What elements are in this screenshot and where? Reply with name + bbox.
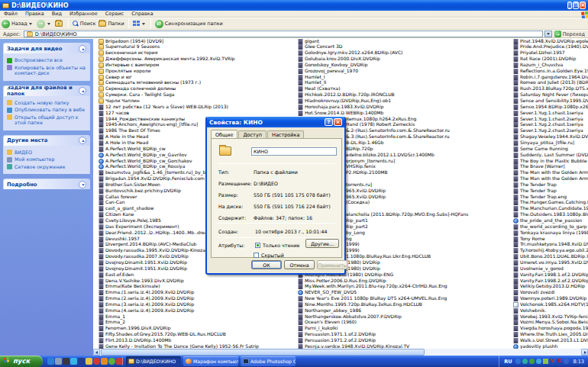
file-item[interactable]: Hichkok.2012.D.BDRip.720p.IRONCLUB [297, 92, 509, 98]
file-item[interactable]: Fifty.Shades.of.Grey.2015.720p.WEB-DL.Ru… [98, 331, 295, 337]
icq-icon[interactable] [108, 358, 115, 365]
file-item[interactable]: The Man with the Golden Arm [512, 169, 588, 175]
file-item[interactable]: Emma_2 [98, 319, 295, 325]
hidden-checkbox[interactable]: Скрытый [254, 253, 284, 258]
file-item[interactable]: the_pride_and_the_passion [512, 217, 588, 224]
file-item[interactable]: Sever.1.Yug.1.chast.1seriya [512, 110, 588, 116]
file-item[interactable]: Sinyaya_ptitsa_[tfile.ru] [512, 140, 588, 146]
file-item[interactable]: Grozovoj_pereval_1970 [297, 68, 509, 74]
file-item[interactable]: Glee Concert 3D [297, 43, 509, 50]
file-item[interactable]: Ty.horoshij.4toby.ya.ego.ubil.2013.L1 [512, 247, 588, 253]
file-item[interactable]: Sever.1.Yug.2.chast.1seriya [512, 121, 588, 127]
file-item[interactable]: Romeo and Juliet (2013) [BDRip] [512, 79, 588, 85]
file-item[interactable]: Fenomen.1996.DivX.DVDRip [98, 325, 295, 331]
file-item[interactable]: Velikiy.Getsby.2013.D.HDRip [512, 283, 588, 289]
file-item[interactable]: Shagay.Veseley.1944.XviD.DVDRip [512, 134, 588, 140]
file-item[interactable]: Tonkaya krasnaya liniya (1998) DVDRip [512, 230, 588, 236]
scroll-left-button[interactable] [93, 349, 100, 356]
opera-icon[interactable] [93, 358, 100, 365]
file-item[interactable]: Джефферсоны. Американская мечта.1992.Xvi… [98, 56, 295, 62]
file-item[interactable]: Sense and Sensibility.1995.DVDRip [512, 98, 588, 104]
file-item[interactable]: Uvolnenie_v_gorod [512, 266, 588, 272]
file-item[interactable]: Pride.And.Prejudice.(1940).DVDRip [512, 43, 588, 50]
dialog-close-button[interactable]: × [334, 118, 342, 126]
file-item[interactable]: Tri.mushketyora.1948.XviD.DVDRip.by. [512, 241, 588, 247]
file-item[interactable]: Parni_i_kukolki [297, 325, 509, 331]
acdsee-icon[interactable] [63, 358, 69, 365]
kaspersky-icon[interactable]: K [557, 359, 562, 364]
messenger-icon[interactable] [522, 359, 528, 364]
file-item[interactable]: Volshebnik. [512, 307, 588, 314]
file-item[interactable]: Senso.1954.BDRip.1080p.x264.DTS-M [512, 104, 588, 110]
file-item[interactable]: Supernatural 9 Seasons [98, 43, 295, 50]
file-item[interactable]: Persuasion.1971.1.of.2.DVDRip [297, 331, 509, 337]
readonly-checkbox[interactable]: Только чтение [255, 243, 299, 248]
ie-icon[interactable] [47, 358, 54, 365]
file-item[interactable]: Hot.Snow.2014.D.WEBRip.1400Mb [297, 110, 509, 116]
other-attributes-button[interactable]: Другие... [305, 239, 339, 248]
file-item[interactable]: 127 часов [98, 110, 295, 116]
file-item[interactable]: Volchonok.1985.x264.HDTV(1080i) [512, 301, 588, 307]
file-item[interactable]: Saturday Night Fever (Лихорадка суб [512, 92, 588, 98]
file-item[interactable]: Серенада солнечной долины [98, 85, 295, 92]
taskbar-task[interactable]: Adobe Photoshop CS6 [241, 356, 296, 366]
file-item[interactable]: Horoshaja.para.1983.XviD.DVDRip [297, 104, 509, 110]
ok-button[interactable]: ОК [251, 260, 282, 269]
taskbar-task[interactable]: D:\ВИДЕО\КИНО [126, 356, 181, 366]
file-item[interactable]: Vorovati zvezdi [512, 289, 588, 295]
file-item[interactable]: Persuasion.1971.2.of.2.DVDRip [297, 337, 509, 343]
file-item[interactable]: Интервью с вампиром [98, 62, 295, 68]
file-item[interactable]: Сумерки. Cara - Twilight Saga [98, 92, 295, 98]
file-item[interactable]: Razum_i_Chuvstva [512, 62, 588, 68]
file-item[interactable]: Чарли Чаплин [98, 98, 295, 104]
scroll-right-button[interactable] [581, 349, 588, 356]
file-item[interactable]: Nine.Months.1995.720p.BluRay.3xRus.Eng.H… [297, 301, 509, 307]
file-item[interactable]: Hamlet_II [297, 79, 509, 85]
dialog-titlebar[interactable]: Свойства: КИНО ? × [207, 117, 344, 127]
file-item[interactable]: Emma.(1.seria.iz.4).2009.XviD.DVDRip [98, 289, 295, 295]
file-item[interactable]: The Brave [Warner] [512, 163, 588, 169]
file-item[interactable]: Семнадцать мгновений весны (1973 г.) [98, 79, 295, 85]
file-item[interactable]: The Man with the Golden Arm [512, 175, 588, 182]
file-item[interactable]: Vanity.Fair.1998.1.of.2.DVDRip [512, 272, 588, 278]
start-button[interactable]: пуск [0, 356, 43, 367]
file-item[interactable]: Проклятые короли [98, 68, 295, 74]
file-item[interactable]: Priyatel.Dzhoi.1957 [512, 50, 588, 56]
scrollbar-thumb[interactable] [101, 349, 425, 356]
file-item[interactable]: Some Came Running [512, 146, 588, 152]
file-item[interactable]: Emma(Kate Beckinsale) [98, 283, 295, 289]
language-indicator[interactable]: RU [504, 359, 512, 365]
file-item[interactable]: Suddenly, Last Summer (DVDRip,XviD,R [512, 152, 588, 158]
file-item[interactable]: Golubaia.krov.2000.DivX.DVDRip [297, 56, 509, 62]
file-item[interactable]: Ubit.Bono.2011.DUAL.BDRip.XviD.AC3 [512, 253, 588, 259]
file-item[interactable]: Rat Race (2001).DVDRip [512, 56, 588, 62]
horizontal-scrollbar[interactable] [93, 349, 588, 356]
file-item[interactable]: The Tender Trap [512, 182, 588, 188]
file-item[interactable]: Ocean's Eleven (1960) [297, 319, 509, 325]
file-item[interactable]: Voennye.poteri.1989.DVDRip [512, 295, 588, 301]
update-icon[interactable] [515, 359, 521, 364]
player-icon[interactable] [70, 358, 77, 365]
file-item[interactable]: Walk.s.Uol.Street.2013.L1.DVDScr.210 [512, 337, 588, 343]
file-item[interactable]: Golodnye.Igry.mkv.2012.x264.BDRip.(AVC) [297, 50, 509, 56]
file-item[interactable]: 12 лет рабства (12 Years a Slave) WEB-DL… [98, 104, 295, 110]
file-item[interactable]: Reflections.in.a.Golden.Eye.1967.John [512, 68, 588, 74]
aimp-icon[interactable] [101, 358, 108, 365]
torrent-icon[interactable] [529, 359, 535, 364]
file-item[interactable]: The.Hunger.Games.Catching.Fire.2013 [512, 199, 588, 205]
file-item[interactable]: Heat (Схватка) [297, 85, 509, 92]
network-icon[interactable] [543, 359, 548, 364]
file-item[interactable]: Hladnokrovnuy.(DVDRip,Rus,Eng).ob1 [297, 98, 509, 104]
file-item[interactable]: Umeret.vo.imya.1995.XviD.DVDRip.(HD [512, 259, 588, 266]
cancel-button[interactable]: Отмена [284, 260, 315, 269]
file-item[interactable]: Rush.2013.BluRay.720p.DTS.x264-CHD [512, 85, 588, 92]
folder-name-input[interactable]: КИНО [251, 147, 337, 156]
winamp-icon[interactable] [78, 358, 85, 365]
file-item[interactable]: the_world_according_to_garp [512, 224, 588, 230]
file-item[interactable]: Vsegda.horoshaya.pogoda.1955.DivX.L1 [512, 325, 588, 331]
file-item[interactable]: My.Week.with.Marilyn.2011.Blu-ray.720p.x… [297, 283, 509, 289]
file-item[interactable]: Emma.(4.seria.iz.4).2009.XviD.DVDRip [98, 307, 295, 314]
file-item[interactable]: Flirt.2013.D.DVDRip.1400Mb [98, 337, 295, 343]
volume-icon[interactable] [536, 359, 541, 364]
clock-app-icon[interactable] [564, 359, 569, 364]
